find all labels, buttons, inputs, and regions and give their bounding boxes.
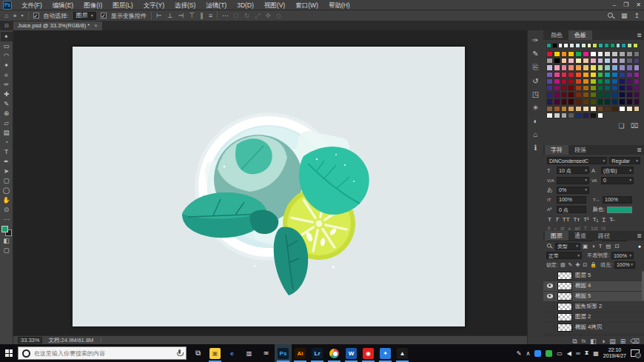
- visibility-toggle[interactable]: [546, 272, 554, 279]
- visibility-toggle[interactable]: [546, 324, 554, 331]
- lasso-tool-icon[interactable]: ◠: [1, 51, 13, 61]
- layer-filter-icon[interactable]: ▣: [583, 243, 588, 249]
- color-swatch[interactable]: [590, 72, 597, 78]
- tab-路径[interactable]: 路径: [592, 231, 616, 241]
- color-swatch[interactable]: [554, 64, 560, 70]
- color-swatch[interactable]: [554, 58, 560, 64]
- clone-source-icon[interactable]: ⎘: [533, 63, 539, 72]
- align-icon[interactable]: ∥: [200, 11, 204, 20]
- microphone-icon[interactable]: [177, 349, 182, 357]
- color-swatch[interactable]: [554, 72, 560, 78]
- color-swatch[interactable]: [634, 98, 640, 104]
- align-icon[interactable]: ⊤: [189, 11, 195, 20]
- color-swatch[interactable]: [634, 51, 640, 57]
- color-swatch[interactable]: [626, 98, 633, 104]
- color-swatch[interactable]: [604, 92, 611, 98]
- layer-filter-icon[interactable]: ▤: [606, 243, 611, 249]
- gradient-tool-icon[interactable]: ▤: [1, 128, 13, 138]
- foreground-color-swatch[interactable]: [1, 226, 8, 232]
- recent-swatch[interactable]: [610, 43, 615, 48]
- search-input[interactable]: [34, 350, 173, 357]
- color-swatch[interactable]: [619, 51, 625, 57]
- color-swatch[interactable]: [597, 51, 604, 57]
- move-tool-options-icon[interactable]: ⌖: [13, 11, 16, 20]
- color-swatch[interactable]: [561, 106, 568, 112]
- photos-icon[interactable]: ▲: [394, 344, 411, 362]
- color-swatch[interactable]: [634, 78, 640, 84]
- color-swatch[interactable]: [546, 58, 553, 64]
- menu-item-L[interactable]: 图层(L): [107, 0, 138, 10]
- color-swatch[interactable]: [575, 78, 582, 84]
- color-swatch[interactable]: [575, 72, 582, 78]
- layer-filter-type-field[interactable]: 类型▾: [555, 243, 580, 250]
- color-swatch[interactable]: [568, 98, 574, 104]
- color-swatch[interactable]: [546, 51, 553, 57]
- color-swatch[interactable]: [554, 51, 560, 57]
- lightroom-icon[interactable]: Lr: [309, 344, 326, 362]
- menu-item-H[interactable]: 帮助(H): [323, 0, 355, 10]
- brushes-icon[interactable]: ✎: [532, 50, 538, 58]
- tab-图层[interactable]: 图层: [545, 231, 568, 241]
- color-swatch[interactable]: [634, 85, 640, 91]
- wechat-tray-icon[interactable]: [546, 350, 552, 357]
- color-swatch[interactable]: [546, 113, 553, 118]
- color-swatch[interactable]: [561, 58, 568, 64]
- leading-field[interactable]: (自动)▾: [601, 167, 634, 174]
- recent-swatch[interactable]: [575, 43, 580, 48]
- layers-panel-menu-icon[interactable]: ≣: [637, 232, 642, 239]
- illustrator-icon[interactable]: Ai: [292, 344, 309, 362]
- type-style-button-4[interactable]: T¹: [583, 216, 589, 223]
- search-icon[interactable]: [608, 13, 614, 19]
- recent-swatch[interactable]: [581, 43, 586, 48]
- delete-swatch-icon[interactable]: ⌧: [631, 121, 638, 130]
- menu-item-Y[interactable]: 文字(Y): [138, 0, 170, 10]
- healing-brush-tool-icon[interactable]: ✚: [1, 90, 13, 99]
- type-style-button-3[interactable]: Tᴛ: [574, 216, 580, 223]
- color-swatch[interactable]: [634, 64, 640, 70]
- color-swatch[interactable]: [590, 92, 597, 98]
- document-canvas[interactable]: [73, 47, 465, 326]
- layer-row[interactable]: 圆角矩形 2: [543, 302, 644, 312]
- color-swatch[interactable]: [568, 113, 574, 118]
- start-button[interactable]: [0, 344, 18, 362]
- layer-filter-icon[interactable]: ◑: [591, 243, 595, 249]
- color-swatch[interactable]: [583, 78, 589, 84]
- blend-mode-field[interactable]: 正常▾: [546, 252, 582, 259]
- color-swatch[interactable]: [583, 106, 589, 112]
- layer-row[interactable]: 图层 5: [543, 271, 644, 281]
- clone-stamp-tool-icon[interactable]: ⊕: [1, 109, 13, 118]
- color-swatch[interactable]: [568, 106, 574, 112]
- 3d-mode-icon[interactable]: ⬡: [233, 11, 239, 20]
- color-swatch[interactable]: [554, 78, 560, 84]
- mail-icon[interactable]: ✉: [258, 344, 275, 362]
- color-swatch[interactable]: [568, 85, 574, 91]
- screen-mode-icon[interactable]: ▢: [1, 246, 13, 255]
- color-swatch[interactable]: [604, 106, 611, 112]
- color-swatch[interactable]: [546, 106, 553, 112]
- color-swatch[interactable]: [554, 92, 560, 98]
- color-swatch[interactable]: [583, 58, 589, 64]
- zoom-level-field[interactable]: 33.33%: [18, 337, 42, 343]
- eyedropper-tool-icon[interactable]: ✑: [1, 80, 13, 90]
- 3d-mode-icon[interactable]: ⤢: [255, 11, 260, 20]
- text-color-swatch[interactable]: [607, 207, 632, 213]
- color-swatch[interactable]: [597, 106, 604, 112]
- color-swatch[interactable]: [561, 92, 568, 98]
- color-swatch[interactable]: [583, 51, 589, 57]
- auto-select-checkbox[interactable]: ✓: [33, 13, 39, 19]
- color-swatch[interactable]: [597, 78, 604, 84]
- layer-filter-icon[interactable]: ⊡: [614, 243, 619, 249]
- opacity-field[interactable]: 100%▾: [611, 252, 634, 259]
- color-swatch[interactable]: [575, 64, 582, 70]
- lock-icon[interactable]: 🔒: [590, 262, 597, 268]
- color-swatch[interactable]: [611, 58, 618, 64]
- color-swatch[interactable]: [568, 58, 574, 64]
- workspace-icon[interactable]: ▦: [621, 11, 628, 20]
- libraries-icon[interactable]: ⌂: [533, 130, 537, 138]
- recent-swatch[interactable]: [604, 43, 609, 48]
- task-view-button[interactable]: ⧉: [189, 344, 207, 362]
- quick-select-tool-icon[interactable]: ✦: [1, 61, 13, 70]
- blue-app-tray-icon[interactable]: [534, 350, 541, 357]
- quick-mask-icon[interactable]: ◧: [1, 236, 13, 246]
- color-swatch[interactable]: [546, 92, 553, 98]
